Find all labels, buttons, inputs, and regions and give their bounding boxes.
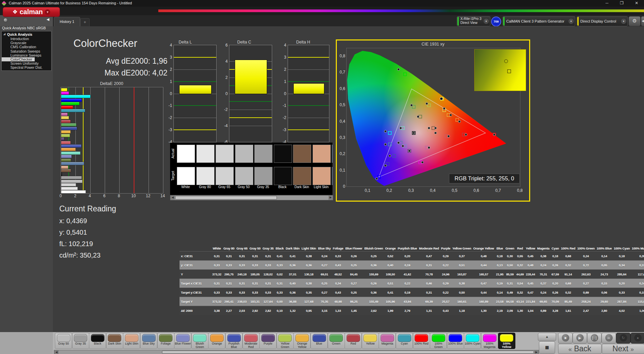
pattern-tile-green[interactable]: Green xyxy=(328,333,345,349)
maximize-button[interactable]: ❐ xyxy=(614,0,629,7)
pattern-tile-blue-flower[interactable]: Blue Flower xyxy=(174,333,191,349)
deltae-ref-red xyxy=(134,87,134,193)
close-button[interactable]: ✕ xyxy=(629,0,644,7)
status-dot-icon[interactable] xyxy=(3,18,8,22)
pattern-tile-blue-sky[interactable]: Blue Sky xyxy=(140,333,157,349)
reading-cdm2: cd/m²: 350,23 xyxy=(59,252,100,259)
transport-button-4[interactable]: ↻ xyxy=(616,333,631,344)
pattern-tile-gray-50[interactable]: Gray 50 xyxy=(55,333,72,349)
colorspace-badge[interactable]: 709 xyxy=(491,17,501,27)
chevron-down-icon[interactable]: ▼ xyxy=(621,19,626,24)
measured-marker-blue-sky xyxy=(397,142,400,144)
pattern-label: Black xyxy=(89,342,106,346)
transport-button-1[interactable]: ▶ xyxy=(573,333,587,344)
transport-button-2[interactable]: [··] xyxy=(587,333,602,344)
table-cell: 43,94 xyxy=(397,297,418,306)
logo-dropdown-icon[interactable]: ▼ xyxy=(45,9,50,15)
pattern-tile-100-green[interactable]: 100% Green xyxy=(430,333,447,349)
collapse-toolbar-button[interactable]: ◀ xyxy=(641,16,644,26)
scrollbar-thumb[interactable] xyxy=(162,351,534,354)
tree-parent-quick-analysis[interactable]: ◢ Quick Analysis xyxy=(2,31,51,37)
reading-y: y: 0,5401 xyxy=(59,229,87,236)
transport-button-3[interactable]: ∞ xyxy=(602,333,616,344)
chevron-down-icon[interactable]: ▼ xyxy=(569,19,574,24)
stop-pattern-button[interactable]: ■ xyxy=(539,341,555,354)
pattern-tile-purple[interactable]: Purple xyxy=(259,333,277,349)
add-tab-button[interactable]: + xyxy=(80,18,90,27)
minimize-button[interactable]: ─ xyxy=(600,0,614,7)
back-button[interactable]: « Back xyxy=(558,344,602,354)
sidebar-item-luminance-sweeps[interactable]: Luminance Sweeps xyxy=(2,53,51,57)
pattern-tile-dark-skin[interactable]: Dark Skin xyxy=(106,333,123,349)
pattern-tile-yellow-green[interactable]: Yellow Green xyxy=(277,333,294,349)
pattern-tile-100-blue[interactable]: 100% Blue xyxy=(447,333,464,349)
display-control-dropdown[interactable]: Direct Display Control ▼ xyxy=(577,16,628,26)
sidebar-item-saturation-sweeps[interactable]: Saturation Sweeps xyxy=(2,49,51,53)
pattern-tile-black[interactable]: Black xyxy=(89,333,106,349)
table-cell: 0,50 xyxy=(451,288,472,297)
column-header: Purplish Blue xyxy=(397,246,418,252)
pattern-tile-red[interactable]: Red xyxy=(345,333,362,349)
pattern-tile-light-skin[interactable]: Light Skin xyxy=(123,333,140,349)
pattern-tile-100-yellow[interactable]: 100% Yellow xyxy=(498,333,515,349)
pattern-tile-100-cyan[interactable]: 100% Cyan xyxy=(464,333,481,349)
chevron-down-icon[interactable]: ▼ xyxy=(484,19,489,24)
pattern-list-up-button[interactable]: ▲ xyxy=(538,333,556,341)
pattern-chip xyxy=(449,334,462,342)
transport-button-5[interactable]: ● xyxy=(631,333,644,344)
table-cell: 84,45 xyxy=(344,270,363,279)
scrollbar-thumb[interactable] xyxy=(175,196,277,200)
pattern-tile-100-magenta[interactable]: 100% Magenta xyxy=(481,333,498,349)
table-cell: 295,75 xyxy=(222,270,235,279)
table-cell: 0,52 xyxy=(384,252,396,261)
scroll-left-icon[interactable]: ◀ xyxy=(170,196,175,200)
delta-y-tick: 0 xyxy=(220,91,228,96)
pattern-generator-dropdown[interactable]: CalMAN Client 3 Pattern Generator ▼ xyxy=(503,16,575,26)
table-cell: 70,35 xyxy=(317,297,332,306)
sidebar-item-introduction[interactable]: Introduction xyxy=(2,37,51,41)
pattern-tile-blue[interactable]: Blue xyxy=(311,333,328,349)
pattern-tile-foliage[interactable]: Foliage xyxy=(157,333,174,349)
table-cell: 0,26 xyxy=(550,261,560,270)
pattern-tile-bluish-green[interactable]: Bluish Green xyxy=(191,333,208,349)
pattern-tile-magenta[interactable]: Magenta xyxy=(379,333,396,349)
scroll-right-icon[interactable]: ▶ xyxy=(328,196,333,200)
scroll-right-icon[interactable]: ▶ xyxy=(534,350,539,354)
transport-button-0[interactable]: ■ xyxy=(558,333,573,344)
pattern-label: Yellow Green xyxy=(277,342,293,349)
sidebar-item-colorchecker[interactable]: ColorChecker xyxy=(2,57,35,61)
table-cell: 1,30 xyxy=(472,306,495,315)
deltae-chart xyxy=(61,87,163,194)
swatch-scrollbar[interactable]: ◀ ▶ xyxy=(170,195,333,200)
tab-history-1[interactable]: History 1 xyxy=(54,17,80,27)
table-cell: 85,49 xyxy=(560,297,576,306)
pattern-tile-orange-yellow[interactable]: Orange Yellow xyxy=(293,333,311,349)
gear-icon[interactable]: ⚙ xyxy=(629,16,641,26)
sidebar-item-spectral-power-dist-[interactable]: Spectral Power Dist. xyxy=(2,65,51,69)
sidebar-item-grayscale[interactable]: Grayscale xyxy=(2,41,51,45)
pattern-tile-orange[interactable]: Orange xyxy=(208,333,225,349)
deltae-bar-100-yellow xyxy=(61,88,67,91)
pattern-tile-moderate-red[interactable]: Moderate Red xyxy=(243,333,260,349)
cie-1931-panel[interactable]: CIE 1931 xy xyxy=(336,39,530,202)
tab-bar: History 1 + X-Rite i1Pro 3 Direct View ▼… xyxy=(0,15,644,27)
pattern-tile-100-red[interactable]: 100% Red xyxy=(413,333,430,349)
next-button[interactable]: Next » xyxy=(602,344,644,354)
table-cell: 3,15 xyxy=(317,306,332,315)
scroll-left-icon[interactable]: ◀ xyxy=(54,350,59,354)
generator-status-bar xyxy=(503,17,505,26)
deltae-x-tick: 10 xyxy=(131,194,136,198)
meter-dropdown[interactable]: X-Rite i1Pro 3 Direct View ▼ xyxy=(457,16,490,26)
table-cell: 0,36 xyxy=(363,261,384,270)
tree-expander-icon[interactable]: ◢ xyxy=(3,32,5,35)
pattern-scrollbar[interactable]: ◀ ▶ xyxy=(54,350,539,354)
sidebar-item-screen-uniformity[interactable]: Screen Uniformity xyxy=(2,61,51,65)
pattern-tile-gray-35[interactable]: Gray 35 xyxy=(72,333,89,349)
sidebar-item-cms-calibration[interactable]: CMS Calibration xyxy=(2,45,51,49)
pattern-tile-cyan[interactable]: Cyan xyxy=(396,333,413,349)
pattern-tile-yellow[interactable]: Yellow xyxy=(362,333,379,349)
sidebar-collapse-icon[interactable]: ◀ xyxy=(46,17,49,22)
pattern-tile-purplish-blue[interactable]: Purplish Blue xyxy=(225,333,243,349)
calman-menu-button[interactable]: ❖calman ▼ xyxy=(3,7,60,17)
cie-y-tick: 0,1 xyxy=(337,168,345,173)
